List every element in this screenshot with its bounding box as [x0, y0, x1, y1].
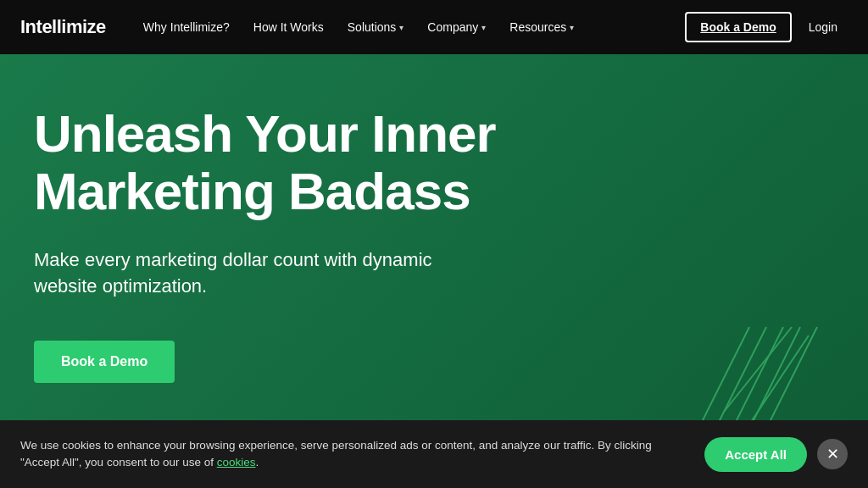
login-button[interactable]: Login	[798, 14, 848, 41]
nav-item-company[interactable]: Company ▾	[417, 14, 496, 41]
logo[interactable]: Intellimize	[20, 16, 106, 38]
nav-links: Why Intellimize? How It Works Solutions …	[133, 14, 685, 41]
hero-subtitle: Make every marketing dollar count with d…	[34, 247, 458, 300]
chevron-down-icon: ▾	[481, 23, 486, 32]
nav-item-solutions[interactable]: Solutions ▾	[337, 14, 415, 41]
navbar: Intellimize Why Intellimize? How It Work…	[0, 0, 868, 54]
hero-cta-button[interactable]: Book a Demo	[34, 341, 175, 383]
close-icon: ✕	[826, 445, 839, 463]
cookie-link[interactable]: cookies	[217, 456, 256, 469]
accept-all-button[interactable]: Accept All	[704, 437, 807, 472]
nav-item-how[interactable]: How It Works	[243, 14, 334, 41]
book-demo-nav-button[interactable]: Book a Demo	[685, 12, 791, 42]
nav-right: Book a Demo Login	[685, 12, 848, 42]
cookie-message: We use cookies to enhance your browsing …	[20, 437, 691, 472]
nav-item-why[interactable]: Why Intellimize?	[133, 14, 240, 41]
chevron-down-icon: ▾	[399, 23, 403, 32]
cookie-actions: Accept All ✕	[704, 437, 848, 472]
close-cookie-button[interactable]: ✕	[817, 439, 848, 469]
hero-title: Unleash Your Inner Marketing Badass	[34, 105, 526, 220]
cookie-banner: We use cookies to enhance your browsing …	[0, 420, 868, 488]
chevron-down-icon: ▾	[570, 23, 574, 32]
nav-item-resources[interactable]: Resources ▾	[499, 14, 584, 41]
